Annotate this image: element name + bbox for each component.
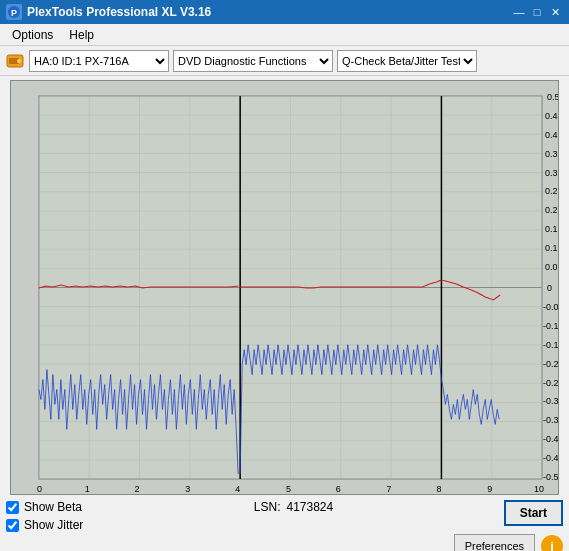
svg-text:5: 5 bbox=[286, 484, 291, 494]
svg-text:-0.35: -0.35 bbox=[543, 415, 558, 425]
app-icon: P bbox=[6, 4, 22, 20]
function-select[interactable]: DVD Diagnostic Functions bbox=[173, 50, 333, 72]
close-button[interactable]: ✕ bbox=[547, 5, 563, 19]
title-bar-left: P PlexTools Professional XL V3.16 bbox=[6, 4, 211, 20]
menu-help[interactable]: Help bbox=[61, 26, 102, 44]
toolbar: HA:0 ID:1 PX-716A DVD Diagnostic Functio… bbox=[0, 46, 569, 76]
show-beta-checkbox[interactable] bbox=[6, 501, 19, 514]
menu-options[interactable]: Options bbox=[4, 26, 61, 44]
svg-text:-0.2: -0.2 bbox=[543, 359, 558, 369]
checkboxes-area: Show Beta Show Jitter bbox=[6, 500, 83, 532]
controls-row: Show Beta Show Jitter LSN: 4173824 Start bbox=[0, 495, 569, 534]
chart-area: High Low bbox=[0, 76, 569, 495]
svg-text:-0.25: -0.25 bbox=[543, 378, 558, 388]
svg-text:-0.3: -0.3 bbox=[543, 396, 558, 406]
lsn-value: 4173824 bbox=[286, 500, 333, 514]
svg-text:10: 10 bbox=[534, 484, 544, 494]
start-button[interactable]: Start bbox=[504, 500, 563, 526]
svg-text:1: 1 bbox=[85, 484, 90, 494]
show-beta-label: Show Beta bbox=[24, 500, 82, 514]
prefs-row: Preferences i bbox=[0, 534, 569, 551]
svg-text:P: P bbox=[11, 8, 17, 18]
svg-text:0.3: 0.3 bbox=[545, 168, 557, 178]
drive-icon bbox=[5, 51, 25, 71]
svg-text:0.2: 0.2 bbox=[545, 205, 557, 215]
title-bar: P PlexTools Professional XL V3.16 — □ ✕ bbox=[0, 0, 569, 24]
window-title: PlexTools Professional XL V3.16 bbox=[27, 5, 211, 19]
svg-text:9: 9 bbox=[487, 484, 492, 494]
svg-text:0.5: 0.5 bbox=[547, 92, 558, 102]
lsn-area: LSN: 4173824 bbox=[254, 500, 333, 514]
svg-text:-0.1: -0.1 bbox=[543, 321, 558, 331]
show-jitter-row: Show Jitter bbox=[6, 518, 83, 532]
right-controls: Start bbox=[504, 500, 563, 526]
maximize-button[interactable]: □ bbox=[529, 5, 545, 19]
svg-text:0: 0 bbox=[37, 484, 42, 494]
svg-text:-0.5: -0.5 bbox=[543, 472, 558, 482]
svg-text:4: 4 bbox=[235, 484, 240, 494]
chart-container: High Low bbox=[10, 80, 559, 495]
svg-text:-0.15: -0.15 bbox=[543, 340, 558, 350]
svg-point-4 bbox=[17, 59, 21, 63]
svg-text:-0.45: -0.45 bbox=[543, 453, 558, 463]
menu-bar: Options Help bbox=[0, 24, 569, 46]
svg-text:0: 0 bbox=[547, 283, 552, 293]
preferences-button[interactable]: Preferences bbox=[454, 534, 535, 551]
svg-text:0.4: 0.4 bbox=[545, 130, 557, 140]
svg-text:0.05: 0.05 bbox=[545, 262, 558, 272]
info-button[interactable]: i bbox=[541, 535, 563, 551]
svg-text:3: 3 bbox=[185, 484, 190, 494]
chart-svg: 0.5 0.45 0.4 0.35 0.3 0.25 0.2 0.15 0.1 … bbox=[11, 81, 558, 494]
svg-text:7: 7 bbox=[387, 484, 392, 494]
lsn-label: LSN: bbox=[254, 500, 281, 514]
svg-text:-0.05: -0.05 bbox=[543, 302, 558, 312]
minimize-button[interactable]: — bbox=[511, 5, 527, 19]
show-jitter-label: Show Jitter bbox=[24, 518, 83, 532]
svg-text:0.45: 0.45 bbox=[545, 111, 558, 121]
svg-text:6: 6 bbox=[336, 484, 341, 494]
show-beta-row: Show Beta bbox=[6, 500, 83, 514]
svg-text:0.25: 0.25 bbox=[545, 186, 558, 196]
svg-text:0.1: 0.1 bbox=[545, 243, 557, 253]
title-controls: — □ ✕ bbox=[511, 5, 563, 19]
svg-text:8: 8 bbox=[436, 484, 441, 494]
svg-text:0.15: 0.15 bbox=[545, 224, 558, 234]
svg-text:0.35: 0.35 bbox=[545, 149, 558, 159]
test-select[interactable]: Q-Check Beta/Jitter Test bbox=[337, 50, 477, 72]
show-jitter-checkbox[interactable] bbox=[6, 519, 19, 532]
svg-text:-0.4: -0.4 bbox=[543, 434, 558, 444]
drive-select[interactable]: HA:0 ID:1 PX-716A bbox=[29, 50, 169, 72]
svg-text:2: 2 bbox=[135, 484, 140, 494]
